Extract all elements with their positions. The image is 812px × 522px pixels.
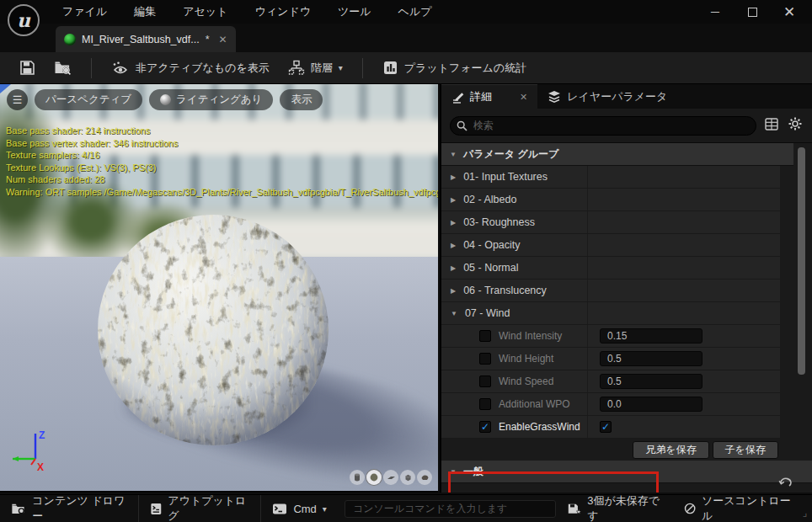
- output-log-button[interactable]: アウトプットログ: [139, 495, 261, 522]
- save-buttons-row: 兄弟を保存 子を保存: [441, 439, 780, 461]
- value-checkbox-checked[interactable]: ✓: [600, 421, 612, 433]
- shader-stats-overlay: Base pass shader: 214 instructions Base …: [6, 125, 438, 199]
- show-label: 表示: [291, 93, 312, 107]
- tab-layer-parameters[interactable]: レイヤーパラメータ: [537, 84, 677, 109]
- value-field[interactable]: 0.5: [600, 374, 702, 389]
- param-row-additional-wpo[interactable]: Additional WPO 0.0: [441, 393, 780, 416]
- menu-window[interactable]: ウィンドウ: [244, 1, 321, 23]
- hierarchy-label: 階層: [311, 61, 333, 76]
- unreal-editor-window: u ファイル 編集 アセット ウィンドウ ツール ヘルプ ─ ✕ MI_Rive…: [0, 0, 812, 522]
- console-command-input[interactable]: [345, 500, 556, 518]
- show-inactive-toggle[interactable]: 非アクティブなものを表示: [104, 56, 277, 81]
- status-bar-right: 3個が未保存です ソースコントロール ⌟: [556, 495, 812, 522]
- show-button[interactable]: 表示: [280, 89, 323, 110]
- group-row-roughness[interactable]: ▶03- Roughness: [441, 211, 780, 234]
- value-field[interactable]: 0.15: [600, 328, 702, 344]
- tab-close-icon[interactable]: ✕: [219, 34, 227, 45]
- source-control-offline-icon: [684, 502, 696, 515]
- stat-line: Warning: ORT samples /Game/Megascans/3D_…: [6, 186, 438, 199]
- expanded-arrow-icon: ▼: [450, 151, 457, 158]
- category-general[interactable]: ▼ 一般: [441, 461, 812, 483]
- override-checkbox-checked[interactable]: ✓: [479, 421, 491, 433]
- preview-custom-mesh-button[interactable]: [417, 470, 432, 485]
- override-checkbox-unchecked[interactable]: [479, 398, 491, 410]
- menu-bar: ファイル 編集 アセット ウィンドウ ツール ヘルプ: [52, 1, 442, 23]
- category-parameter-groups[interactable]: ▼ パラメータ グループ: [441, 143, 793, 166]
- group-row-translucency[interactable]: ▶06 - Translucency: [441, 280, 780, 302]
- cylinder-icon: [352, 472, 362, 482]
- viewport-menu-button[interactable]: ☰: [7, 89, 28, 110]
- unsaved-save-icon: [567, 502, 581, 516]
- menu-tools[interactable]: ツール: [328, 1, 382, 23]
- category-label: 一般: [463, 465, 483, 479]
- collapsed-arrow-icon: ▶: [451, 242, 456, 249]
- save-icon: [19, 60, 35, 76]
- tab-details-label: 詳細: [470, 89, 492, 104]
- menu-file[interactable]: ファイル: [52, 1, 117, 23]
- browse-to-asset-button[interactable]: [46, 55, 79, 81]
- tab-details-close-icon[interactable]: ✕: [520, 92, 527, 103]
- stat-line: Texture samplers: 4/16: [6, 149, 438, 162]
- stat-line: Base pass vertex shader: 346 instruction…: [6, 137, 438, 150]
- group-row-wind[interactable]: ▼07 - Wind: [441, 302, 780, 325]
- content-drawer-button[interactable]: コンテンツ ドロワー: [0, 495, 138, 522]
- close-button[interactable]: ✕: [777, 2, 802, 22]
- terminal-icon: [272, 503, 287, 515]
- platform-stats-label: プラットフォームの統計: [404, 61, 526, 76]
- lit-mode-button[interactable]: ライティングあり: [149, 89, 273, 110]
- param-row-wind-speed[interactable]: Wind Speed 0.5: [441, 370, 780, 393]
- details-pencil-icon: [451, 91, 464, 104]
- value-field[interactable]: 0.5: [600, 351, 702, 366]
- override-checkbox-unchecked[interactable]: [479, 353, 491, 365]
- menu-help[interactable]: ヘルプ: [388, 1, 442, 23]
- lit-label: ライティングあり: [176, 93, 262, 107]
- platform-stats-button[interactable]: プラットフォームの統計: [375, 55, 534, 81]
- minimize-button[interactable]: ─: [702, 2, 728, 22]
- eye-icon: [111, 61, 130, 76]
- search-input[interactable]: [450, 116, 756, 136]
- tab-details[interactable]: 詳細 ✕: [441, 84, 537, 109]
- group-row-input-textures[interactable]: ▶01- Input Textures: [441, 166, 780, 189]
- custom-mesh-icon: [419, 472, 430, 483]
- chevron-down-icon: ▾: [323, 504, 327, 514]
- axis-gizmo: Z X: [7, 423, 59, 479]
- preview-sphere-button[interactable]: [366, 470, 382, 485]
- preview-plane-button[interactable]: [383, 470, 398, 485]
- param-row-wind-intensity[interactable]: Wind Intensity 0.15: [441, 325, 780, 348]
- axis-x-label: X: [37, 461, 44, 473]
- plane-icon: [386, 472, 397, 483]
- lit-sphere-icon: [160, 94, 171, 105]
- maximize-button[interactable]: [740, 2, 765, 22]
- parameter-list: ▼ パラメータ グループ ▶01- Input Textures ▶02 - A…: [441, 143, 812, 493]
- preview-cylinder-button[interactable]: [350, 470, 365, 485]
- asset-tab[interactable]: MI_River_Saltbush_vdf... * ✕: [56, 26, 236, 52]
- material-preview-viewport[interactable]: ☰ パースペクティブ ライティングあり 表示 Base pass shader:…: [0, 84, 438, 493]
- unreal-logo-icon[interactable]: u: [8, 4, 40, 36]
- preview-cube-button[interactable]: [400, 470, 415, 485]
- param-row-wind-height[interactable]: Wind Height 0.5: [441, 348, 780, 370]
- unsaved-assets-button[interactable]: 3個が未保存です: [556, 495, 672, 522]
- menu-asset[interactable]: アセット: [173, 1, 238, 23]
- menu-edit[interactable]: 編集: [124, 1, 166, 23]
- cmd-dropdown[interactable]: Cmd ▾: [261, 495, 337, 522]
- scrollbar-thumb[interactable]: [798, 147, 805, 375]
- group-row-opacity[interactable]: ▶04 - Opacity: [441, 234, 780, 257]
- value-field[interactable]: 0.0: [600, 397, 702, 412]
- param-row-enable-grass-wind[interactable]: ✓EnableGrassWind ✓: [441, 416, 780, 439]
- source-control-button[interactable]: ソースコントロール: [673, 495, 803, 522]
- toolbar-separator: [91, 58, 92, 78]
- hierarchy-button[interactable]: 階層 ▾: [280, 55, 350, 81]
- cube-icon: [403, 472, 414, 483]
- group-row-normal[interactable]: ▶05 - Normal: [441, 257, 780, 280]
- content-drawer-icon: [11, 502, 26, 516]
- save-button[interactable]: [12, 55, 43, 81]
- display-filter-button[interactable]: [763, 116, 780, 136]
- group-row-albedo[interactable]: ▶02 - Albedo: [441, 189, 780, 211]
- override-checkbox-unchecked[interactable]: [479, 376, 491, 387]
- save-child-button[interactable]: 子を保存: [713, 441, 778, 459]
- settings-button[interactable]: [787, 115, 804, 136]
- save-sibling-button[interactable]: 兄弟を保存: [633, 441, 708, 459]
- override-checkbox-unchecked[interactable]: [479, 330, 491, 342]
- perspective-button[interactable]: パースペクティブ: [35, 89, 142, 110]
- reset-to-default-icon[interactable]: [778, 477, 792, 491]
